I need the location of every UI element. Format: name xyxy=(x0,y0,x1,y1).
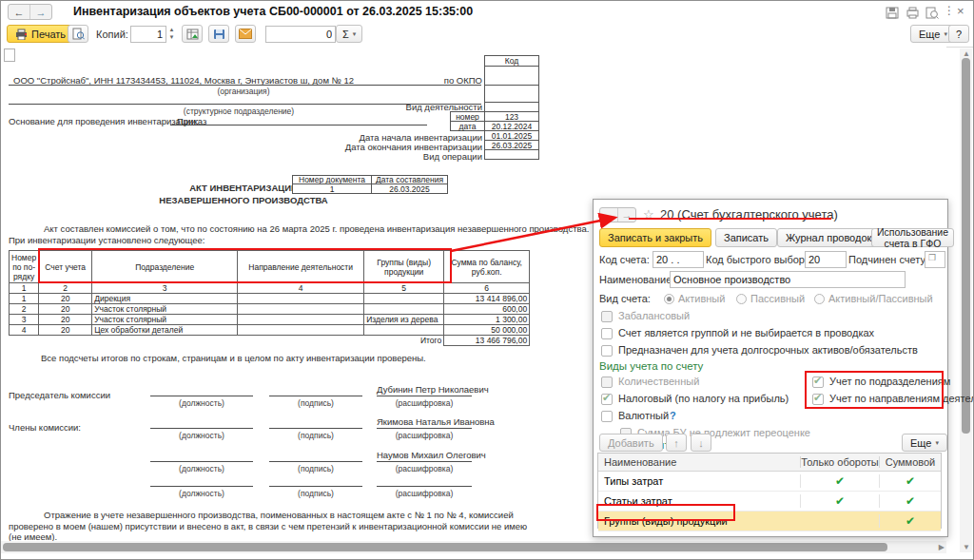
table-row: 220Участок столярный600,00 xyxy=(10,304,530,315)
title-bar: ← → Инвентаризация объектов учета СБ00-0… xyxy=(1,1,973,22)
scroll-down-icon[interactable]: ▼ xyxy=(963,543,970,551)
vertical-scrollbar-thumb[interactable] xyxy=(962,58,970,434)
subconto-col-name: Наименование xyxy=(598,456,800,468)
counter-input[interactable] xyxy=(265,26,336,43)
close-icon[interactable]: × xyxy=(957,4,964,18)
is-group-checkbox[interactable] xyxy=(601,328,613,339)
back-icon[interactable]: ← xyxy=(600,208,617,222)
account-kind-label: Вид счета: xyxy=(599,293,651,304)
choose-icon[interactable]: ❐ xyxy=(928,253,936,262)
direction-checkbox[interactable]: ✔ xyxy=(812,394,824,405)
print-button[interactable]: Печать xyxy=(7,25,74,43)
struct-caption: (структурное подразделение) xyxy=(96,106,381,116)
col-number: 5 xyxy=(364,283,444,294)
save-icon[interactable] xyxy=(886,7,899,19)
more-menu-icon[interactable]: ⋮ xyxy=(944,4,955,17)
check-icon: ✔ xyxy=(879,514,941,528)
radio-icon xyxy=(736,294,747,304)
account-code-input[interactable] xyxy=(653,251,704,268)
save-file-button[interactable] xyxy=(208,25,229,43)
currency-checkbox[interactable] xyxy=(601,411,613,422)
forward-icon[interactable]: → xyxy=(29,5,51,19)
position-caption: (должность) xyxy=(150,489,253,498)
col-number: 3 xyxy=(92,283,238,294)
back-icon[interactable]: ← xyxy=(9,5,29,19)
copies-label: Копий: xyxy=(96,29,128,40)
radio-icon xyxy=(814,294,825,304)
move-down-button[interactable]: ↓ xyxy=(691,434,711,452)
signature-caption: (подпись) xyxy=(269,464,362,473)
gfo-usage-button[interactable]: Использование счета в ГФО xyxy=(871,228,954,247)
copies-stepper[interactable]: ▲▼ xyxy=(167,26,176,43)
is-group-label: Счет является группой и не выбирается в … xyxy=(618,327,874,338)
parent-account-label: Подчинен счету: xyxy=(848,254,928,265)
save-button[interactable]: Записать xyxy=(715,228,777,247)
save-and-close-button[interactable]: Записать и закрыть xyxy=(599,228,711,247)
decode-caption: (расшифровка) xyxy=(377,489,472,498)
quick-code-input[interactable] xyxy=(805,251,847,268)
name-input[interactable] xyxy=(670,271,906,288)
preview-icon[interactable] xyxy=(925,7,939,19)
tax-label: Налоговый (по налогу на прибыль) xyxy=(618,393,789,404)
inventory-table: Номер по по- рядку Счет учета Подразделе… xyxy=(9,250,530,346)
signatory-name: Якимова Наталья Ивановна xyxy=(377,416,472,427)
floppy-icon xyxy=(213,29,225,40)
quantitative-checkbox[interactable] xyxy=(601,377,613,388)
docdate-value-cell: 26.03.2025 xyxy=(371,183,448,194)
account-window: ← → ☆ 20 (Счет бухгалтерского учета) Зап… xyxy=(593,199,948,537)
copies-input[interactable] xyxy=(130,26,166,43)
page-setup-button[interactable] xyxy=(182,25,203,43)
vertical-scrollbar[interactable]: ▲ ▼ xyxy=(960,48,972,552)
table-settings-icon xyxy=(186,29,199,40)
horizontal-scrollbar-thumb[interactable] xyxy=(3,543,887,551)
quantitative-label: Количественный xyxy=(618,376,699,387)
preview-button[interactable] xyxy=(68,25,88,43)
favorite-star-icon[interactable]: ☆ xyxy=(643,207,654,222)
email-button[interactable] xyxy=(235,25,256,43)
sum-button[interactable]: Σ ▾ xyxy=(336,25,362,43)
add-button[interactable]: Добавить xyxy=(599,434,663,452)
subconto-more-button[interactable]: Еще ▾ xyxy=(902,434,947,452)
optype-label: Вид операции xyxy=(381,151,482,162)
scroll-up-icon[interactable]: ▲ xyxy=(963,49,970,58)
journal-button[interactable]: Журнал проводок xyxy=(777,228,880,247)
printer-icon xyxy=(15,29,28,40)
chevron-down-icon: ▾ xyxy=(353,30,357,38)
list-item[interactable]: Типы затрат ✔ ✔ xyxy=(598,472,941,492)
history-nav: ← → xyxy=(8,4,52,20)
okpo-cell xyxy=(484,66,539,86)
longterm-checkbox[interactable] xyxy=(601,345,613,357)
dept-label: Учет по подразделениям xyxy=(829,376,950,387)
dept-checkbox[interactable]: ✔ xyxy=(812,377,824,388)
chevron-down-icon: ▾ xyxy=(944,30,947,38)
checked-note: Все подсчеты итогов по строкам, страница… xyxy=(41,353,426,363)
org-caption: (организация) xyxy=(125,87,362,96)
list-item-selected[interactable]: Группы (виды) продукции ✔ xyxy=(598,512,941,531)
preview-page-icon xyxy=(72,28,85,40)
tax-checkbox[interactable]: ✔ xyxy=(601,394,613,405)
list-item[interactable]: Статьи затрат ✔ ✔ xyxy=(598,492,941,512)
subconto-col-sum: Суммовой xyxy=(879,456,941,468)
offbalance-checkbox[interactable] xyxy=(601,311,613,322)
currency-help-icon[interactable]: ? xyxy=(670,410,676,421)
print-icon[interactable] xyxy=(906,7,920,19)
account-code-label: Код счета: xyxy=(599,254,650,265)
radio-passive[interactable]: Пассивный xyxy=(736,293,805,304)
move-up-button[interactable]: ↑ xyxy=(666,434,687,452)
col-number: 1 xyxy=(10,283,39,294)
radio-active[interactable]: Активный xyxy=(664,293,725,304)
decode-caption: (расшифровка) xyxy=(377,464,472,473)
decode-caption: (расшифровка) xyxy=(377,398,472,408)
check-icon: ✔ xyxy=(602,392,611,404)
col-number: 4 xyxy=(238,283,364,294)
position-caption: (должность) xyxy=(150,398,253,408)
date-label-cell: дата xyxy=(450,121,485,131)
horizontal-scrollbar[interactable]: ▶ xyxy=(1,541,946,553)
forward-icon[interactable]: → xyxy=(617,208,635,222)
toolbar: Печать Копий: ▲▼ Σ ▾ Еще ▾ ? xyxy=(1,22,973,48)
help-button[interactable]: ? xyxy=(948,25,969,43)
check-icon: ✔ xyxy=(879,474,941,488)
scroll-right-icon[interactable]: ▶ xyxy=(939,543,945,551)
check-icon: ✔ xyxy=(813,375,822,387)
radio-active-passive[interactable]: Активный/Пассивный xyxy=(814,293,933,304)
